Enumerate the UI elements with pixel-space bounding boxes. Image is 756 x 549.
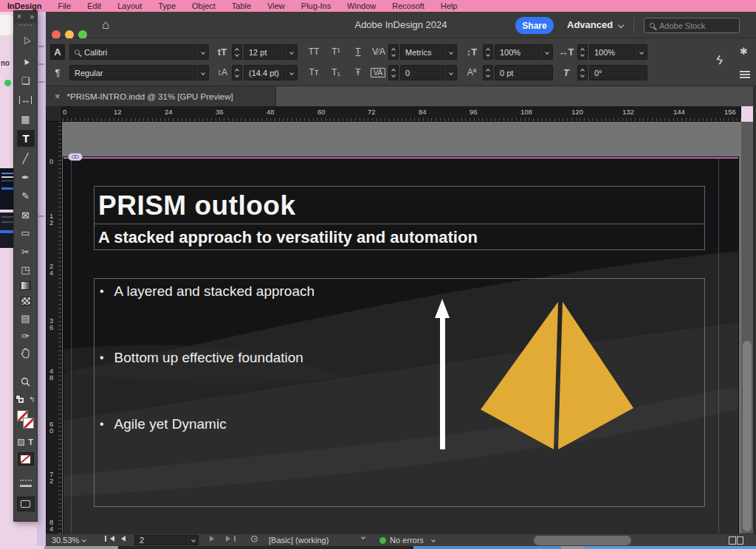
horizontal-scale-field[interactable]: 100% (589, 44, 635, 60)
gpu-performance-icon[interactable]: ϟ (715, 52, 724, 68)
horizontal-ruler[interactable]: 0 12 24 36 48 60 72 84 96 108 120 132 14… (46, 106, 741, 122)
title-text-frame[interactable]: PRISM outlook A stacked approach to vers… (94, 186, 705, 250)
workspace-switcher[interactable]: Advanced (567, 19, 623, 30)
formatting-affects-toggle[interactable]: T (14, 435, 37, 449)
stroke-swatch-none[interactable] (23, 418, 34, 429)
font-family-dropdown[interactable] (196, 44, 209, 60)
pasteboard[interactable]: PRISM outlook A stacked approach to vers… (62, 122, 741, 534)
skew-stepper[interactable] (577, 65, 588, 80)
spread-view-icon[interactable] (729, 536, 743, 545)
menu-window[interactable]: Window (347, 1, 376, 10)
menu-table[interactable]: Table (232, 1, 251, 10)
vertical-scrollbar-thumb[interactable] (743, 341, 752, 531)
share-button[interactable]: Share (515, 17, 554, 34)
panel-menu-icon[interactable] (740, 69, 750, 80)
vertical-scale-field[interactable]: 100% (495, 44, 540, 60)
tracking-field[interactable]: 0 (400, 65, 444, 80)
font-size-dropdown[interactable] (285, 44, 298, 60)
vertical-scale-stepper[interactable] (483, 44, 493, 60)
menu-indesign[interactable]: InDesign (7, 1, 41, 10)
view-options-icon[interactable] (14, 476, 37, 491)
menu-recosoft[interactable]: Recosoft (392, 1, 424, 10)
all-caps-button[interactable]: TT (306, 46, 322, 57)
last-page-button[interactable] (226, 536, 236, 542)
next-page-button[interactable] (210, 536, 214, 542)
tool-gradient-swatch[interactable] (14, 278, 37, 293)
adobe-stock-search[interactable]: Adobe Stock (644, 18, 740, 33)
tool-selection[interactable]: △ (14, 32, 37, 46)
character-formatting-button[interactable]: A (50, 44, 65, 60)
leading-stepper[interactable] (232, 65, 242, 80)
baseline-shift-stepper[interactable] (483, 65, 493, 80)
font-size-stepper[interactable] (232, 44, 242, 60)
tracking-dropdown[interactable] (444, 65, 457, 80)
gear-icon[interactable]: ✱ (740, 46, 748, 57)
ruler-origin-corner[interactable] (46, 106, 62, 122)
document-tab[interactable]: × *PRISM-INTRO.indd @ 31% [GPU Preview] (46, 86, 276, 106)
leading-dropdown[interactable] (285, 65, 298, 80)
paragraph-formatting-button[interactable]: ¶ (50, 65, 65, 80)
zoom-level-control[interactable]: 30.53% (52, 536, 86, 545)
default-fill-stroke-icon[interactable] (16, 395, 29, 404)
preflight-profile[interactable]: [Basic] (working) (269, 536, 329, 545)
formatting-container-icon[interactable] (18, 439, 24, 446)
up-arrow-graphic[interactable] (434, 299, 450, 451)
preflight-status[interactable]: No errors (379, 536, 435, 545)
menu-type[interactable]: Type (158, 1, 176, 10)
menu-layout[interactable]: Layout (117, 1, 142, 10)
apply-none-button[interactable] (14, 451, 37, 467)
tools-panel-collapse-icon[interactable]: » (30, 13, 34, 21)
tool-free-transform[interactable]: ◳ (14, 262, 37, 277)
tool-scissors[interactable]: ✂ (14, 244, 37, 259)
menu-view[interactable]: View (267, 1, 285, 10)
tool-zoom[interactable] (14, 374, 37, 389)
menu-help[interactable]: Help (441, 1, 458, 10)
kerning-stepper[interactable] (388, 44, 399, 60)
first-page-button[interactable] (105, 536, 114, 542)
tool-gap[interactable]: ↔ (14, 92, 37, 107)
tools-panel-close-icon[interactable]: × (17, 13, 21, 21)
superscript-button[interactable]: T¹ (328, 46, 344, 57)
page-number-field[interactable]: 2 (134, 535, 188, 545)
link-badge-icon[interactable] (68, 153, 83, 161)
font-style-dropdown[interactable] (196, 65, 209, 80)
underline-button[interactable]: T (350, 46, 366, 57)
kerning-field[interactable]: Metrics (400, 44, 444, 60)
strikethrough-button[interactable]: Ŧ (350, 67, 366, 77)
pyramid-graphic[interactable] (477, 297, 698, 454)
menu-edit[interactable]: Edit (87, 1, 101, 10)
tool-rectangle[interactable]: ▭ (14, 225, 37, 240)
swap-fill-stroke-icon[interactable]: ↰ (29, 396, 35, 404)
horizontal-scale-dropdown[interactable] (635, 44, 647, 60)
fill-stroke-control[interactable] (14, 408, 37, 432)
menu-plugins[interactable]: Plug-Ins (301, 1, 331, 10)
tool-type[interactable]: T (17, 130, 35, 147)
formatting-text-icon[interactable]: T (28, 438, 33, 446)
preflight-icon[interactable] (251, 536, 258, 542)
tool-note[interactable]: ▤ (14, 311, 37, 325)
tool-hand[interactable] (14, 346, 37, 361)
menu-object[interactable]: Object (192, 1, 216, 10)
screen-mode-button[interactable] (14, 495, 37, 513)
page-number-dropdown[interactable] (188, 535, 199, 545)
kerning-dropdown[interactable] (444, 44, 457, 60)
tool-eyedropper[interactable]: ✑ (14, 328, 37, 343)
tool-frame[interactable]: ⊠ (14, 207, 37, 222)
tool-pen[interactable]: ✒ (14, 170, 37, 184)
tab-close-icon[interactable]: × (55, 91, 61, 102)
vertical-scrollbar[interactable] (741, 122, 753, 534)
tool-direct-selection[interactable]: ▲ (14, 54, 37, 69)
vertical-ruler[interactable]: 0 12 24 36 48 60 72 84 (46, 122, 62, 534)
tool-gradient-feather[interactable] (14, 294, 37, 308)
tool-line[interactable]: ╱ (14, 151, 37, 165)
document-page[interactable]: PRISM outlook A stacked approach to vers… (63, 157, 738, 534)
tracking-stepper[interactable] (388, 65, 399, 80)
font-size-field[interactable]: 12 pt (244, 44, 285, 60)
baseline-shift-field[interactable]: 0 pt (495, 65, 553, 80)
leading-field[interactable]: (14.4 pt) (244, 65, 285, 80)
horizontal-scale-stepper[interactable] (577, 44, 588, 60)
vertical-scale-dropdown[interactable] (540, 44, 553, 60)
horizontal-scrollbar-thumb[interactable] (534, 536, 631, 545)
font-style-field[interactable]: Regular (69, 65, 196, 80)
font-family-field[interactable]: Calibri (69, 44, 196, 60)
